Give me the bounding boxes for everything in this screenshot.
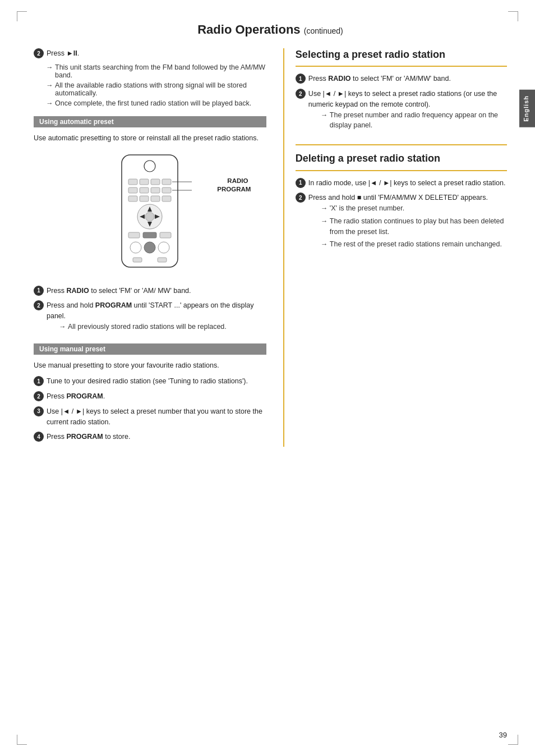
svg-rect-21 — [143, 232, 156, 238]
svg-point-1 — [144, 161, 155, 172]
svg-rect-3 — [140, 179, 149, 185]
manual-step1-circle: 1 — [34, 376, 44, 386]
auto-step2-circle: 2 — [34, 300, 44, 310]
manual-step3-content: Use |◄ / ►| keys to select a preset numb… — [47, 406, 266, 428]
intro-step2-row: 2 Press ►II. — [34, 48, 266, 59]
intro-step2-content: Press ►II. — [47, 48, 266, 59]
side-tab: English — [519, 90, 535, 127]
right-column: Selecting a preset radio station 1 Press… — [283, 48, 507, 447]
manual-step2-content: Press PROGRAM. — [47, 391, 266, 402]
auto-preset-bar: Using automatic preset — [34, 116, 266, 127]
intro-section: 2 Press ►II. This unit starts searching … — [34, 48, 266, 107]
delete-step1-row: 1 In radio mode, use |◄ / ►| keys to sel… — [296, 178, 507, 189]
page: English Radio Operations (continued) 2 P… — [0, 0, 535, 756]
select-step2-bullet1: The preset number and radio frequency ap… — [321, 110, 507, 131]
remote-svg — [105, 152, 195, 276]
intro-bullet2: All the available radio stations with st… — [46, 81, 266, 97]
auto-step2-bullet1: All previously stored radio stations wil… — [59, 322, 266, 332]
svg-rect-11 — [140, 196, 149, 201]
delete-step2-circle: 2 — [296, 193, 306, 203]
select-step2-circle: 2 — [296, 89, 306, 99]
corner-mark-bl — [17, 735, 27, 745]
page-header: Radio Operations (continued) — [34, 22, 507, 37]
delete-step2-row: 2 Press and hold ■ until 'FM/AM/MW X DEL… — [296, 193, 507, 252]
auto-step1-circle: 1 — [34, 286, 44, 296]
intro-bullet1: This unit starts searching from the FM b… — [46, 63, 266, 79]
auto-step2-content: Press and hold PROGRAM until 'START ...'… — [47, 300, 266, 334]
select-step2-content: Use |◄ / ►| keys to select a preset radi… — [308, 89, 507, 133]
page-number: 39 — [499, 731, 507, 739]
svg-rect-4 — [151, 179, 160, 185]
svg-point-25 — [158, 242, 169, 253]
delete-bullet1: 'X' is the preset number. — [321, 203, 507, 214]
manual-step3-circle: 3 — [34, 406, 44, 416]
svg-rect-7 — [140, 187, 149, 193]
main-layout: 2 Press ►II. This unit starts searching … — [34, 48, 507, 447]
svg-rect-12 — [151, 196, 160, 201]
svg-rect-26 — [133, 258, 142, 262]
corner-mark-tl — [17, 11, 27, 21]
svg-rect-13 — [162, 196, 171, 201]
auto-step1-row: 1 Press RADIO to select 'FM' or 'AM/ MW'… — [34, 286, 266, 296]
delete-bullet3: The rest of the preset radio stations re… — [321, 239, 507, 250]
manual-step4-content: Press PROGRAM to store. — [47, 432, 266, 442]
remote-container: RADIO PROGRAM — [105, 152, 195, 277]
svg-rect-20 — [128, 232, 140, 238]
page-title: Radio Operations — [197, 22, 300, 36]
svg-rect-2 — [128, 179, 137, 185]
select-step2-row: 2 Use |◄ / ►| keys to select a preset ra… — [296, 89, 507, 133]
manual-step2-row: 2 Press PROGRAM. — [34, 391, 266, 402]
remote-diagram: RADIO PROGRAM — [34, 152, 266, 277]
manual-preset-bar: Using manual preset — [34, 343, 266, 355]
left-column: 2 Press ►II. This unit starts searching … — [34, 48, 266, 447]
svg-rect-9 — [162, 187, 171, 193]
svg-rect-22 — [160, 232, 171, 238]
manual-step4-row: 4 Press PROGRAM to store. — [34, 432, 266, 442]
intro-bullet3: Once complete, the first tuned radio sta… — [46, 99, 266, 107]
manual-step4-circle: 4 — [34, 432, 44, 442]
select-step1-content: Press RADIO to select 'FM' or 'AM/MW' ba… — [308, 74, 507, 84]
auto-preset-desc: Use automatic presetting to store or rei… — [34, 133, 266, 144]
manual-step3-row: 3 Use |◄ / ►| keys to select a preset nu… — [34, 406, 266, 428]
select-step1-row: 1 Press RADIO to select 'FM' or 'AM/MW' … — [296, 74, 507, 84]
manual-step1-row: 1 Tune to your desired radio station (se… — [34, 376, 266, 387]
corner-mark-tr — [508, 11, 518, 21]
svg-rect-5 — [162, 179, 171, 185]
select-step1-circle: 1 — [296, 74, 306, 84]
delete-step1-content: In radio mode, use |◄ / ►| keys to selec… — [308, 178, 507, 189]
delete-preset-title: Deleting a preset radio station — [296, 152, 507, 171]
auto-step1-content: Press RADIO to select 'FM' or 'AM/ MW' b… — [47, 286, 266, 296]
section-divider — [296, 144, 507, 145]
manual-step1-content: Tune to your desired radio station (see … — [47, 376, 266, 387]
svg-rect-27 — [158, 258, 167, 262]
delete-step1-circle: 1 — [296, 178, 306, 188]
manual-preset-desc: Use manual presetting to store your favo… — [34, 360, 266, 371]
intro-step2-circle: 2 — [34, 48, 44, 58]
svg-rect-8 — [151, 187, 160, 193]
auto-step2-row: 2 Press and hold PROGRAM until 'START ..… — [34, 300, 266, 334]
corner-mark-br — [508, 735, 518, 745]
page-continued: (continued) — [304, 26, 343, 35]
svg-rect-10 — [128, 196, 137, 201]
remote-radio-label: RADIO — [227, 177, 248, 184]
svg-rect-6 — [128, 187, 137, 193]
delete-bullet2: The radio station continues to play but … — [321, 216, 507, 237]
svg-point-24 — [144, 242, 155, 253]
svg-point-23 — [130, 242, 141, 253]
manual-step2-circle: 2 — [34, 391, 44, 401]
svg-point-15 — [145, 212, 154, 221]
select-preset-title: Selecting a preset radio station — [296, 48, 507, 67]
remote-program-label: PROGRAM — [217, 186, 251, 193]
delete-step2-content: Press and hold ■ until 'FM/AM/MW X DELET… — [308, 193, 507, 252]
